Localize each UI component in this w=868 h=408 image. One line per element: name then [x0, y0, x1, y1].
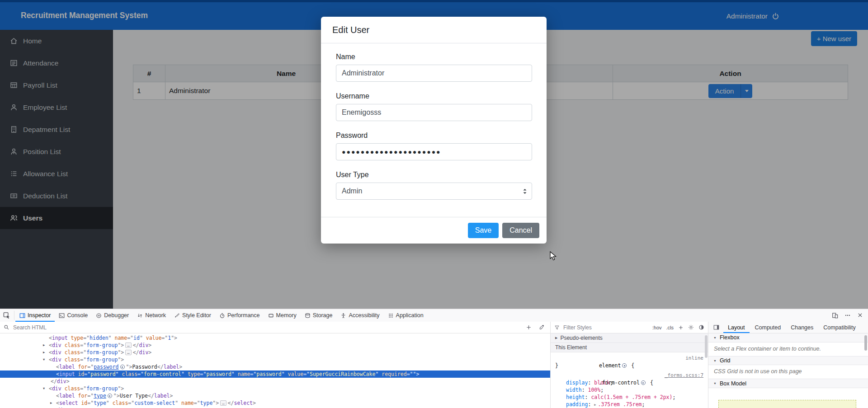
- add-node-icon[interactable]: [526, 324, 532, 330]
- add-rule-icon[interactable]: [678, 325, 684, 330]
- user-type-selected-value: Admin: [342, 187, 362, 195]
- rule-source-link[interactable]: _forms.scss:7: [665, 372, 703, 379]
- form-group-user-type: User Type Admin: [336, 170, 532, 200]
- rules-scrollbar[interactable]: [705, 335, 708, 358]
- markup-row[interactable]: <input type="hidden" name="id" value="1"…: [0, 334, 550, 342]
- storage-icon: [305, 313, 311, 319]
- devtools-menu-icon[interactable]: [841, 312, 854, 319]
- pick-element-icon[interactable]: [0, 309, 13, 322]
- modal-title: Edit User: [332, 23, 535, 36]
- eyedropper-icon[interactable]: [539, 324, 545, 330]
- markup-row[interactable]: ▼<div class="form-group">: [0, 385, 550, 392]
- expand-arrow-icon[interactable]: ▶: [43, 342, 45, 349]
- rule-source-inline[interactable]: inline: [685, 355, 703, 362]
- password-field[interactable]: [336, 143, 532, 160]
- devtools-tab-network[interactable]: Network: [133, 309, 170, 322]
- rule-selector: .form-control: [599, 380, 640, 386]
- idref-target-icon[interactable]: [108, 394, 112, 398]
- app-page: Recruitment Management System Administra…: [0, 0, 868, 309]
- layout-sidebar-panel: Layout Computed Changes Compatibility ▼ …: [708, 322, 868, 408]
- devtools-tab-style-editor[interactable]: Style Editor: [170, 309, 215, 322]
- console-icon: [59, 313, 65, 319]
- user-type-label: User Type: [336, 170, 532, 179]
- user-type-select[interactable]: Admin: [336, 183, 532, 200]
- markup-row[interactable]: ▶<div class="form-group">…</div>: [0, 342, 550, 349]
- filter-styles-input[interactable]: [562, 324, 614, 331]
- cancel-button[interactable]: Cancel: [502, 223, 539, 238]
- layout-scrollbar[interactable]: [864, 335, 867, 351]
- toggle-pseudo-classes-button[interactable]: :hov: [652, 325, 662, 330]
- box-model-margin-layer[interactable]: [718, 400, 856, 408]
- search-html-input[interactable]: [12, 324, 550, 331]
- toggle-classes-button[interactable]: .cls: [666, 325, 674, 330]
- devtools-tab-memory[interactable]: Memory: [264, 309, 301, 322]
- devtools-tab-accessibility[interactable]: Accessibility: [336, 309, 383, 322]
- expand-arrow-icon[interactable]: ▶: [50, 399, 52, 407]
- devtools-tab-console[interactable]: Console: [55, 309, 92, 322]
- markup-row[interactable]: ▶<select id="type" class="custom-select"…: [0, 399, 550, 407]
- expand-arrow-icon[interactable]: ▶: [43, 349, 45, 356]
- rules-list: ▶ Pseudo-elements This Element element {…: [551, 333, 708, 408]
- application-icon: [388, 313, 394, 319]
- collapsed-content-badge[interactable]: …: [125, 350, 131, 355]
- flexbox-section-header[interactable]: ▼ Flexbox: [708, 333, 868, 342]
- name-field[interactable]: [336, 65, 532, 82]
- username-field[interactable]: [336, 104, 532, 121]
- sidebar-toggle-icon[interactable]: [710, 324, 722, 330]
- markup-row[interactable]: <label for="type">User Type</label>: [0, 392, 550, 399]
- rules-toolbar: :hov .cls: [551, 322, 708, 333]
- form-group-password: Password: [336, 131, 532, 160]
- tab-changes[interactable]: Changes: [786, 322, 818, 333]
- form-control-rule: .form-control { _forms.scss:7 display: b…: [551, 372, 708, 408]
- rules-panel: :hov .cls ▶ Pseudo-elements This Element: [551, 322, 708, 408]
- devtools-tab-inspector[interactable]: Inspector: [15, 309, 55, 322]
- collapse-arrow-icon[interactable]: ▼: [43, 356, 45, 363]
- flexbox-section-message: Select a Flex container or item to conti…: [708, 342, 868, 356]
- devtools-window-controls: [829, 309, 866, 321]
- collapsed-content-badge[interactable]: …: [220, 400, 226, 406]
- tab-compatibility[interactable]: Compatibility: [819, 322, 860, 333]
- save-button[interactable]: Save: [468, 223, 499, 238]
- markup-row[interactable]: <label for="password">Password</label>: [0, 363, 550, 370]
- light-scheme-icon[interactable]: [688, 324, 694, 330]
- css-property[interactable]: padding: ▶.375rem .75rem;: [551, 401, 708, 408]
- dark-scheme-icon[interactable]: [698, 324, 704, 330]
- tab-layout[interactable]: Layout: [723, 322, 750, 333]
- collapsed-content-badge[interactable]: …: [125, 342, 131, 348]
- devtools-tab-performance[interactable]: Performance: [215, 309, 264, 322]
- pseudo-elements-header[interactable]: ▶ Pseudo-elements: [551, 333, 708, 343]
- filter-icon: [554, 325, 560, 330]
- responsive-design-mode-icon[interactable]: [829, 312, 841, 319]
- markup-toolbar: [0, 322, 550, 333]
- tab-computed[interactable]: Computed: [750, 322, 786, 333]
- grid-section-header[interactable]: ▼ Grid: [708, 356, 868, 366]
- style-editor-icon: [174, 313, 180, 319]
- network-icon: [137, 313, 143, 319]
- close-icon[interactable]: [854, 312, 866, 318]
- markup-tree: <input type="hidden" name="id" value="1"…: [0, 333, 550, 408]
- devtools-tabbar: Inspector Console Debugger Network Style…: [0, 309, 868, 322]
- rules-toolbar-actions: :hov .cls: [652, 324, 704, 330]
- collapse-arrow-icon: ▼: [713, 336, 717, 339]
- markup-row[interactable]: ▼<div class="form-group">: [0, 356, 550, 363]
- expand-shorthand-icon[interactable]: ▶: [594, 403, 596, 407]
- devtools-main: <input type="hidden" name="id" value="1"…: [0, 322, 868, 408]
- idref-target-icon[interactable]: [120, 365, 125, 369]
- markup-row[interactable]: ▶<div class="form-group">…</div>: [0, 349, 550, 356]
- markup-row[interactable]: </div>: [0, 378, 550, 385]
- highlight-selector-icon[interactable]: [641, 380, 646, 385]
- markup-row[interactable]: <input id="password" class="form-control…: [0, 370, 550, 378]
- box-model-section-header[interactable]: ▼ Box Model: [708, 379, 868, 388]
- mouse-cursor: [550, 251, 558, 261]
- devtools-tab-debugger[interactable]: Debugger: [92, 309, 133, 322]
- devtools-tab-storage[interactable]: Storage: [301, 309, 337, 322]
- inspector-markup-panel: <input type="hidden" name="id" value="1"…: [0, 322, 551, 408]
- form-group-username: Username: [336, 92, 532, 121]
- collapse-arrow-icon[interactable]: ▼: [43, 385, 45, 392]
- form-group-name: Name: [336, 52, 532, 82]
- screen: Recruitment Management System Administra…: [0, 0, 868, 408]
- inspector-icon: [19, 313, 25, 319]
- collapse-arrow-icon: ▼: [713, 359, 717, 362]
- devtools-tab-application[interactable]: Application: [384, 309, 428, 322]
- collapse-arrow-icon: ▼: [713, 382, 717, 385]
